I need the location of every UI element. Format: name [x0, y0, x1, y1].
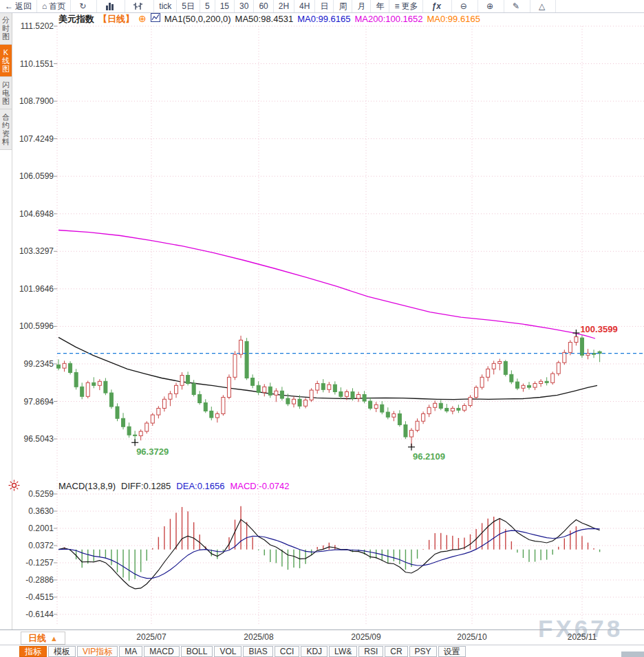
toolbar-item-back[interactable]: ←返回 [0, 0, 37, 12]
candle-body [398, 413, 401, 424]
toolbar-item-2h[interactable]: 2H [274, 0, 294, 12]
toolbar-item-zoom-out[interactable]: ⊖ [452, 0, 478, 12]
toolbar-label-home: 首页 [49, 0, 65, 12]
candle-body [263, 387, 266, 392]
tab-template[interactable]: 模板 [48, 646, 76, 657]
period-tag: 【日线】 [98, 13, 134, 25]
bar-chart-icon [105, 2, 114, 10]
candle-body [304, 400, 308, 406]
candle-body [122, 418, 125, 427]
candle-body [551, 374, 555, 383]
candle-body [145, 423, 149, 431]
candle-body [457, 408, 460, 410]
toolbar-item-ohlc[interactable] [125, 0, 154, 12]
toolbar-item-30m[interactable]: 30 [235, 0, 254, 12]
candle-body [204, 402, 207, 411]
candle-body [104, 381, 107, 393]
sidebar-item-kline[interactable]: K线图 [0, 45, 12, 77]
sidebar-item-contract-info[interactable]: 合约资料 [0, 109, 12, 150]
menu-icon: ≡ [394, 0, 399, 12]
sidebar-item-timeshare[interactable]: 分时图 [0, 12, 12, 45]
macd-header-seg-2: DEA:0.1656 [176, 481, 224, 491]
candle-body [363, 394, 366, 401]
tab-settings[interactable]: 设置 [438, 646, 466, 657]
toolbar-item-day[interactable]: 日 [315, 0, 334, 12]
candle-body [210, 411, 213, 418]
toolbar-item-tick[interactable]: tick [154, 0, 177, 12]
x-axis-label: 2025/09 [344, 632, 388, 642]
app-root: ←返回⌂首页↻tick5日51530602H4H日周月年≡更多ƒx⊖⊕✎△ 分时… [0, 0, 644, 657]
candle-body [233, 354, 237, 377]
macd-axis-label: 0.0372 [10, 541, 54, 550]
candle-body [86, 383, 89, 396]
toolbar-item-chart-type[interactable] [97, 0, 125, 12]
left-sidebar: 分时图K线图闪电图合约资料 [0, 12, 12, 150]
toolbar-item-home[interactable]: ⌂首页 [37, 0, 71, 12]
candle-body [63, 363, 66, 368]
candle-body [127, 427, 131, 435]
macd-axis-label: 0.2001 [10, 524, 54, 533]
tab-vol[interactable]: VOL [214, 646, 242, 657]
sidebar-item-lightning[interactable]: 闪电图 [0, 77, 12, 109]
tab-bias[interactable]: BIAS [243, 646, 272, 657]
candle-body [369, 401, 372, 408]
candle-body [268, 387, 272, 395]
tab-macd[interactable]: MACD [144, 646, 179, 657]
add-indicator-icon[interactable]: ⊕ [138, 13, 147, 25]
toolbar-label-more: 更多 [401, 0, 418, 12]
toolbar-item-4h[interactable]: 4H [294, 0, 315, 12]
candle-body [404, 424, 407, 437]
tab-boll[interactable]: BOLL [181, 646, 213, 657]
toolbar-item-year[interactable]: 年 [371, 0, 389, 12]
triangle-up-icon: ▲ [50, 634, 58, 643]
candle-body [316, 383, 319, 390]
toolbar-item-refresh[interactable]: ↻ [71, 0, 97, 12]
macd-header-seg-0: MACD(13,8,9) [58, 481, 116, 491]
candle-body [545, 381, 548, 383]
tab-lwr[interactable]: LW& [329, 646, 357, 657]
ma200-line [58, 230, 595, 339]
tab-indicator[interactable]: 指标 [19, 646, 47, 657]
main-chart-canvas[interactable] [0, 0, 644, 657]
toolbar-item-5m[interactable]: 5 [200, 0, 215, 12]
toolbar-item-more[interactable]: ≡更多 [389, 0, 423, 12]
tab-cr[interactable]: CR [385, 646, 407, 657]
toolbar-item-fx[interactable]: ƒx [423, 0, 451, 12]
toolbar-item-60m[interactable]: 60 [254, 0, 273, 12]
ma-values: MA50:98.4531MA0:99.6165MA200:100.1652MA0… [235, 13, 484, 25]
period-selector-button[interactable]: 日线▲ [21, 632, 65, 645]
y-axis-label: 111.5202 [10, 21, 54, 31]
shape-icon: △ [539, 0, 545, 12]
macd-header-seg-1: DIFF:0.1285 [121, 481, 171, 491]
toolbar-label-back: 返回 [15, 0, 32, 12]
candle-body [345, 391, 348, 396]
indicator-settings-icon[interactable] [8, 480, 20, 491]
tab-ma[interactable]: MA [119, 646, 142, 657]
candle-body [504, 362, 507, 375]
refresh-icon: ↻ [79, 0, 86, 12]
separator-bottom [0, 645, 644, 645]
tab-cci[interactable]: CCI [275, 646, 300, 657]
tab-kdj[interactable]: KDJ [301, 646, 328, 657]
candle-body [280, 391, 283, 398]
toolbar-label-year: 年 [376, 0, 384, 12]
candle-body [198, 394, 202, 402]
toolbar-item-month[interactable]: 月 [352, 0, 371, 12]
toolbar-item-draw[interactable]: ✎ [504, 0, 530, 12]
candle-body [462, 405, 466, 410]
tab-psy[interactable]: PSY [409, 646, 437, 657]
toolbar-item-15m[interactable]: 15 [215, 0, 235, 12]
toolbar-item-shapes[interactable]: △ [530, 0, 556, 12]
candle-body [80, 387, 84, 396]
top-toolbar: ←返回⌂首页↻tick5日51530602H4H日周月年≡更多ƒx⊖⊕✎△ [0, 0, 644, 13]
toolbar-item-zoom-in[interactable]: ⊕ [478, 0, 504, 12]
candle-body [239, 340, 243, 354]
toolbar-item-week[interactable]: 周 [334, 0, 352, 12]
tab-rsi[interactable]: RSI [358, 646, 383, 657]
tab-vip-indicator[interactable]: VIP指标 [77, 646, 118, 657]
y-axis-label: 103.3297 [10, 246, 54, 256]
toolbar-item-5d[interactable]: 5日 [177, 0, 200, 12]
toolbar-label-tick: tick [159, 0, 171, 12]
back-icon: ← [5, 0, 13, 12]
ma-settings: MA1(50,0,200,0) [164, 13, 231, 25]
